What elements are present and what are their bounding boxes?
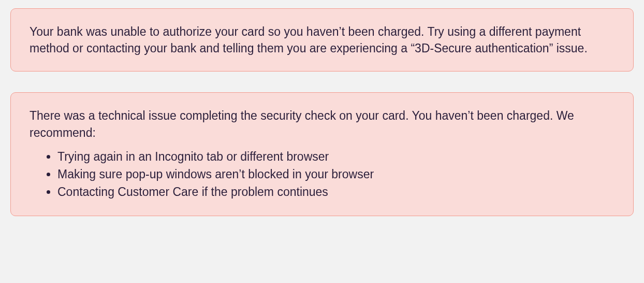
alert-technical-issue: There was a technical issue completing t…	[10, 92, 634, 216]
alert-bank-authorization: Your bank was unable to authorize your c…	[10, 8, 634, 72]
alert-message: There was a technical issue completing t…	[30, 107, 614, 140]
alert-recommendations-list: Trying again in an Incognito tab or diff…	[30, 148, 614, 201]
list-item: Trying again in an Incognito tab or diff…	[57, 148, 614, 165]
list-item: Contacting Customer Care if the problem …	[57, 183, 614, 200]
alert-message: Your bank was unable to authorize your c…	[30, 23, 614, 56]
list-item: Making sure pop-up windows aren’t blocke…	[57, 166, 614, 182]
